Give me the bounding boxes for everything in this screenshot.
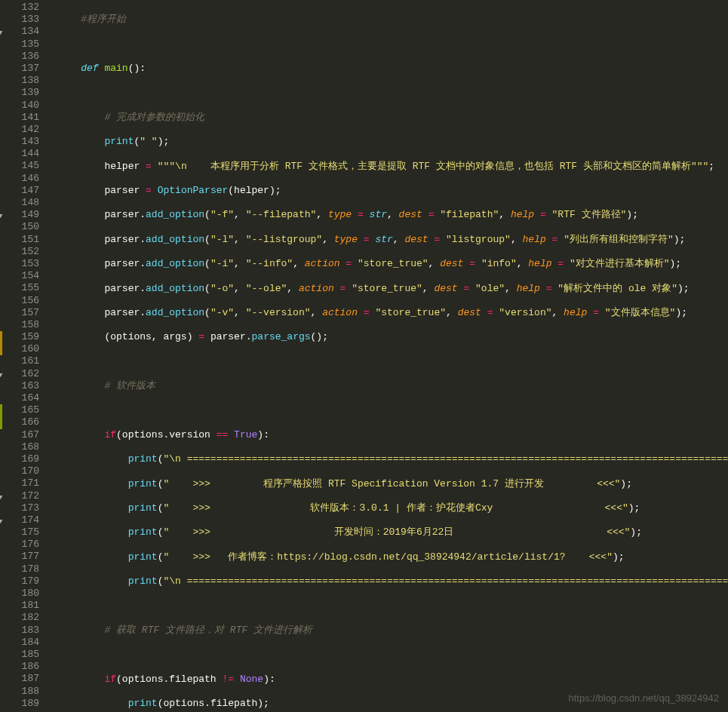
line-number: 147 <box>0 185 39 197</box>
comment: #程序开始 <box>81 14 126 25</box>
line-number: 164 <box>0 392 39 404</box>
line-number: 165▼ <box>0 404 39 416</box>
line-number: 179 <box>0 575 39 588</box>
line-number: 180 <box>0 588 39 600</box>
line-number: 143 <box>0 136 39 148</box>
line-number: 163 <box>0 380 39 392</box>
line-number: 145 <box>0 160 39 172</box>
line-number: 174▼ <box>0 514 39 526</box>
line-number: 169 <box>0 453 39 465</box>
line-number: 186 <box>0 661 39 673</box>
line-number: 178 <box>0 563 39 575</box>
code-area[interactable]: #程序开始 def main(): # 完成对参数的初始化 print(" ")… <box>44 0 728 712</box>
line-number: 173 <box>0 502 39 514</box>
line-number: 162▼ <box>0 368 39 380</box>
line-number: 149▼ <box>0 209 39 221</box>
line-number: 185 <box>0 649 39 661</box>
line-number: 170 <box>0 465 39 477</box>
line-number: 137 <box>0 63 39 75</box>
line-number: 166 <box>0 416 39 428</box>
line-number: 140 <box>0 100 39 112</box>
line-number: 167 <box>0 429 39 441</box>
line-number: 136 <box>0 51 39 63</box>
line-number: 176 <box>0 539 39 551</box>
change-bar <box>0 416 2 428</box>
line-number: 183 <box>0 625 39 637</box>
line-number: 152 <box>0 246 39 258</box>
line-number: 181 <box>0 600 39 612</box>
line-number: 188 <box>0 686 39 698</box>
line-number: 133 <box>0 14 39 26</box>
line-number: 168 <box>0 441 39 453</box>
change-bar <box>0 404 2 416</box>
change-bar <box>0 343 2 355</box>
line-number: 175 <box>0 526 39 539</box>
change-bar <box>0 331 2 343</box>
line-number: 132 <box>0 2 39 14</box>
line-number: 135 <box>0 38 39 51</box>
code-editor: 132133134▼135136137138139140141142143144… <box>0 0 728 712</box>
line-number: 161 <box>0 355 39 367</box>
line-number: 157 <box>0 307 39 319</box>
line-number: 187 <box>0 673 39 685</box>
line-number: 160 <box>0 343 39 355</box>
line-number-gutter: 132133134▼135136137138139140141142143144… <box>0 0 44 712</box>
line-number: 189 <box>0 698 39 710</box>
line-number: 154 <box>0 270 39 282</box>
line-number: 144 <box>0 148 39 160</box>
line-number: 158 <box>0 319 39 331</box>
line-number: 148 <box>0 197 39 209</box>
line-number: 171 <box>0 477 39 490</box>
watermark: https://blog.csdn.net/qq_38924942 <box>569 692 720 704</box>
line-number: 142 <box>0 124 39 136</box>
line-number: 134▼ <box>0 26 39 38</box>
line-number: 172▼ <box>0 490 39 502</box>
line-number: 156 <box>0 295 39 307</box>
line-number: 146 <box>0 173 39 185</box>
line-number: 159▼ <box>0 331 39 343</box>
line-number: 151 <box>0 234 39 246</box>
line-number: 153 <box>0 258 39 270</box>
line-number: 155 <box>0 282 39 294</box>
line-number: 182 <box>0 612 39 624</box>
line-number: 150 <box>0 221 39 233</box>
line-number: 139 <box>0 87 39 99</box>
line-number: 138 <box>0 75 39 87</box>
line-number: 184 <box>0 637 39 649</box>
line-number: 141 <box>0 112 39 124</box>
line-number: 177 <box>0 551 39 563</box>
